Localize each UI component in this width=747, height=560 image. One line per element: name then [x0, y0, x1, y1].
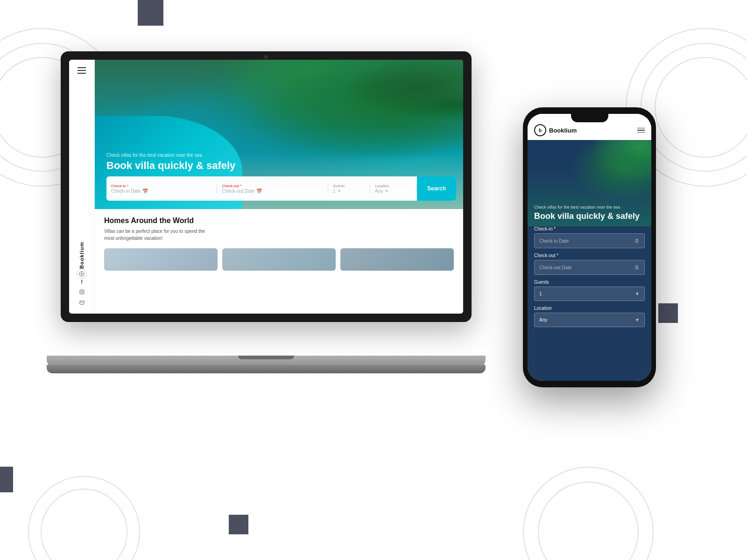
- phone-hero-content: Check villas for the best vacation near …: [534, 205, 645, 222]
- phone-device: b Booklium Check villas for the best vac…: [523, 107, 656, 387]
- laptop-camera: [264, 55, 268, 59]
- phone-screen: b Booklium Check villas for the best vac…: [528, 114, 651, 381]
- phone-notch: [571, 114, 608, 122]
- location-chevron-icon: ▼: [385, 189, 388, 193]
- hero-title: Book villa quickly & safely: [106, 160, 235, 172]
- phone-location-chevron-icon: ▼: [635, 317, 640, 322]
- phone-checkin-input[interactable]: Check-in Date 🗓: [534, 233, 645, 248]
- phone-menu-button[interactable]: [637, 128, 645, 133]
- svg-point-4: [83, 291, 83, 291]
- sidebar-menu-button[interactable]: [78, 67, 86, 74]
- phone-location-value: Any: [539, 317, 547, 322]
- sidebar-brand: Booklium: [79, 88, 85, 269]
- phone-logo-letter: b: [539, 128, 542, 133]
- checkout-input[interactable]: Check-out Date 📅: [222, 189, 323, 194]
- location-value: Any: [375, 189, 383, 194]
- phone-location-select[interactable]: Any ▼: [534, 313, 645, 327]
- phone-checkout-label: Check-out *: [534, 253, 645, 258]
- laptop-hero: Check villas for the best vacation near …: [95, 60, 463, 209]
- checkout-calendar-icon: 📅: [256, 189, 262, 194]
- phone-brand: Booklium: [549, 127, 637, 134]
- checkin-input[interactable]: Check-in Date 📅: [111, 189, 212, 194]
- sidebar-social-links: f: [79, 279, 85, 306]
- phone-hero-title: Book villa quickly & safely: [534, 211, 645, 222]
- phone-location-group: Location Any ▼: [534, 306, 645, 327]
- phone-hero-subtitle: Check villas for the best vacation near …: [534, 205, 645, 210]
- checkin-label: Check-in *: [111, 184, 212, 188]
- phone-checkout-calendar-icon: 🗓: [634, 265, 640, 270]
- phone-guests-group: Guests 1 ▼: [534, 280, 645, 301]
- laptop-device: Booklium f: [61, 51, 490, 369]
- guests-chevron-icon: ▼: [338, 189, 341, 193]
- laptop-bottom-section: Homes Around the World Villas can be a p…: [95, 209, 463, 314]
- deco-square-br: [229, 515, 248, 534]
- homes-desc: Villas can be a perfect place for you to…: [104, 228, 207, 242]
- facebook-icon[interactable]: f: [81, 279, 83, 285]
- svg-point-0: [79, 272, 84, 276]
- deco-circles-bl: [28, 476, 140, 560]
- deco-square-tr: [658, 303, 678, 323]
- deco-square-bl: [0, 467, 13, 492]
- phone-checkout-group: Check-out * Check-out Date 🗓: [534, 253, 645, 275]
- location-select[interactable]: Any ▼: [375, 189, 412, 194]
- guests-field[interactable]: Guests 1 ▼: [328, 184, 370, 194]
- phone-guests-value: 1: [539, 291, 542, 296]
- phone-location-label: Location: [534, 306, 645, 311]
- laptop-body: Booklium f: [61, 51, 472, 322]
- property-cards-row: [104, 248, 454, 271]
- hero-subtitle: Check villas for the best vacation near …: [106, 153, 235, 158]
- property-card-2[interactable]: [222, 248, 336, 271]
- phone-form: Check-in * Check-in Date 🗓 Check-out * C…: [528, 226, 651, 381]
- svg-point-1: [81, 273, 83, 275]
- checkout-label: Check-out *: [222, 184, 323, 188]
- laptop-base-bottom: [47, 365, 486, 373]
- instagram-icon[interactable]: [79, 289, 85, 295]
- homes-title: Homes Around the World: [104, 217, 454, 225]
- property-card-1[interactable]: [104, 248, 218, 271]
- sidebar-explore-icon[interactable]: [77, 269, 87, 279]
- checkout-field[interactable]: Check-out * Check-out Date 📅: [217, 184, 328, 194]
- search-button[interactable]: Search: [417, 176, 456, 201]
- email-icon[interactable]: [79, 300, 85, 306]
- phone-checkout-input[interactable]: Check-out Date 🗓: [534, 260, 645, 275]
- phone-checkout-placeholder: Check-out Date: [539, 265, 571, 270]
- phone-checkin-calendar-icon: 🗓: [634, 238, 640, 244]
- phone-guests-label: Guests: [534, 280, 645, 285]
- laptop-screen: Booklium f: [69, 60, 463, 314]
- phone-checkin-label: Check-in *: [534, 226, 645, 231]
- hero-trees: [242, 60, 463, 149]
- svg-rect-2: [79, 290, 84, 294]
- phone-checkin-placeholder: Check-in Date: [539, 238, 569, 244]
- phone-logo: b: [534, 124, 546, 136]
- checkout-placeholder: Check-out Date: [222, 189, 254, 194]
- phone-guests-select[interactable]: 1 ▼: [534, 287, 645, 301]
- laptop-main-content: Check villas for the best vacation near …: [95, 60, 463, 314]
- search-bar: Check-in * Check-in Date 📅 Check-out *: [106, 176, 456, 201]
- checkin-field[interactable]: Check-in * Check-in Date 📅: [106, 184, 217, 194]
- phone-guests-chevron-icon: ▼: [635, 291, 640, 296]
- guests-label: Guests: [333, 184, 365, 188]
- deco-circles-br: [523, 467, 654, 560]
- location-label: Location: [375, 184, 412, 188]
- phone-hero: Check villas for the best vacation near …: [528, 140, 651, 226]
- hero-content: Check villas for the best vacation near …: [106, 153, 235, 172]
- location-field[interactable]: Location Any ▼: [370, 184, 417, 194]
- phone-checkin-group: Check-in * Check-in Date 🗓: [534, 226, 645, 248]
- deco-square-tl: [138, 0, 163, 26]
- guests-select[interactable]: 1 ▼: [333, 189, 365, 194]
- svg-point-3: [81, 291, 83, 293]
- checkin-placeholder: Check-in Date: [111, 189, 141, 194]
- laptop-sidebar: Booklium f: [69, 60, 95, 314]
- property-card-3[interactable]: [340, 248, 454, 271]
- checkin-calendar-icon: 📅: [142, 189, 148, 194]
- guests-value: 1: [333, 189, 336, 194]
